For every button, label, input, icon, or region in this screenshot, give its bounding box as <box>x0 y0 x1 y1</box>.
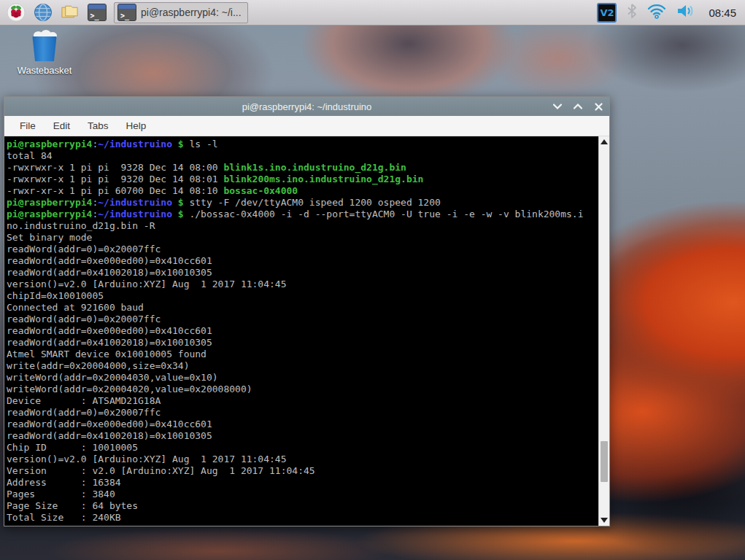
vnc-server-icon[interactable]: V2 <box>597 3 617 23</box>
menu-bar: File Edit Tabs Help <box>4 116 609 136</box>
close-icon[interactable] <box>593 101 603 112</box>
wastebasket-desktop-icon[interactable]: Wastebasket <box>9 29 80 76</box>
terminal-launcher-icon[interactable]: >_ <box>87 3 107 23</box>
terminal-glyph: >_ <box>117 4 136 21</box>
taskbar-window-title: pi@raspberrypi4: ~/i... <box>141 7 242 18</box>
raspberry-menu-icon[interactable] <box>6 3 26 23</box>
volume-icon[interactable] <box>676 3 695 22</box>
scroll-up-icon[interactable] <box>601 139 608 144</box>
web-browser-icon[interactable] <box>33 3 53 23</box>
scroll-down-icon[interactable] <box>601 518 608 523</box>
terminal-glyph: >_ <box>88 4 107 21</box>
scrollbar-track[interactable] <box>599 147 609 515</box>
terminal-output[interactable]: pi@raspberrypi4:~/industruino $ ls -ltot… <box>4 136 598 526</box>
menu-help[interactable]: Help <box>118 117 155 134</box>
menu-edit[interactable]: Edit <box>45 117 78 134</box>
bluetooth-icon[interactable] <box>627 4 637 21</box>
system-tray: V2 08:45 <box>597 3 739 23</box>
wastebasket-icon <box>28 29 61 63</box>
taskbar-window-button[interactable]: >_ pi@raspberrypi4: ~/i... <box>114 2 248 23</box>
menu-tabs[interactable]: Tabs <box>80 117 117 134</box>
menu-file[interactable]: File <box>12 117 44 134</box>
window-titlebar[interactable]: pi@raspberrypi4: ~/industruino <box>4 97 609 116</box>
wastebasket-label: Wastebasket <box>9 65 80 76</box>
terminal-window: pi@raspberrypi4: ~/industruino File Edit… <box>4 96 610 526</box>
maximize-button[interactable] <box>573 101 583 112</box>
window-title: pi@raspberrypi4: ~/industruino <box>4 101 609 112</box>
wifi-icon[interactable] <box>647 3 666 22</box>
file-manager-icon[interactable] <box>60 3 80 23</box>
scrollbar-thumb[interactable] <box>601 441 608 482</box>
minimize-button[interactable] <box>552 101 563 112</box>
terminal-scrollbar[interactable] <box>598 136 609 526</box>
clock[interactable]: 08:45 <box>709 7 736 19</box>
taskbar: >_ >_ pi@raspberrypi4: ~/i... V2 <box>0 0 745 26</box>
